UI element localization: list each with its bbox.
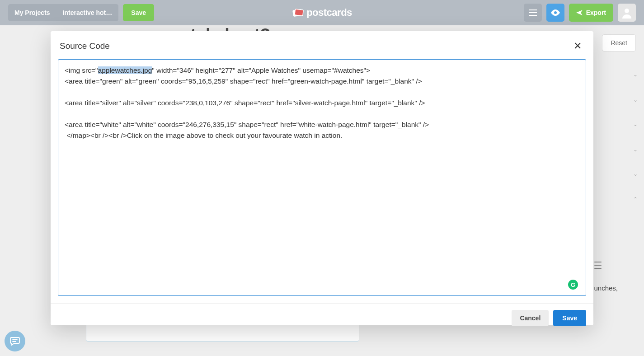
selected-text: applewatches.jpg [98, 66, 152, 74]
modal-header: Source Code ✕ [51, 31, 593, 59]
modal-footer: Cancel Save [51, 303, 593, 333]
source-code-textarea[interactable]: <img src="applewatches.jpg" width="346" … [58, 59, 586, 296]
close-icon: ✕ [573, 40, 582, 52]
source-code-modal: Source Code ✕ <img src="applewatches.jpg… [51, 31, 593, 325]
modal-title: Source Code [60, 41, 110, 51]
modal-save-button[interactable]: Save [553, 310, 586, 326]
grammarly-badge[interactable]: G [568, 280, 578, 290]
close-button[interactable]: ✕ [571, 39, 584, 53]
code-editor-wrap: <img src="applewatches.jpg" width="346" … [51, 59, 593, 303]
chat-icon [10, 337, 20, 346]
help-chat-button[interactable] [5, 331, 25, 351]
cancel-button[interactable]: Cancel [512, 310, 549, 326]
modal-overlay: Source Code ✕ <img src="applewatches.jpg… [0, 0, 644, 356]
